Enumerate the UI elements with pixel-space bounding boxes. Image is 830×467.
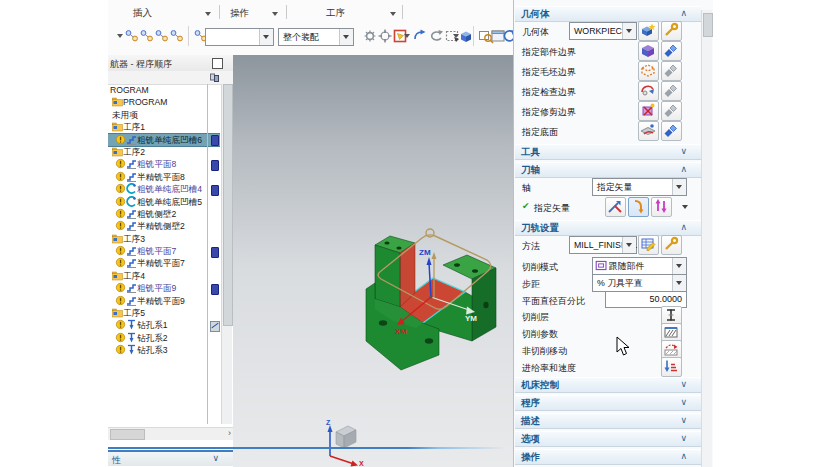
check-boundary-button[interactable] (638, 81, 659, 101)
chevron-down-icon[interactable] (453, 34, 459, 38)
chevron-down-icon[interactable] (117, 34, 123, 38)
shaded-cube-icon[interactable] (458, 28, 474, 44)
tree-horizontal-scrollbar[interactable]: › (108, 427, 233, 440)
view-filter-combo[interactable] (205, 28, 274, 46)
combo-dropdown-button[interactable] (672, 179, 686, 195)
row-label: 切削参数 (522, 328, 558, 341)
chevron-down-icon: ∨ (680, 415, 687, 425)
feeds-speeds-button[interactable] (661, 357, 682, 377)
create-tool-icon[interactable] (139, 28, 155, 44)
tree-item-row[interactable]: 粗铣单纯底凹槽6 (108, 134, 220, 146)
tree-group-row[interactable]: 工序5 (108, 307, 220, 319)
tree-item-row[interactable]: 半精铣侧壁2 (108, 220, 220, 232)
section-header-tool-axis[interactable]: 刀轴∧ (515, 162, 701, 178)
scrollbar-thumb[interactable] (110, 429, 145, 440)
tree-group-row[interactable]: 工序4 (108, 270, 220, 282)
vector-auto-button[interactable] (628, 197, 649, 217)
flashlight-off-button[interactable] (661, 81, 682, 101)
方法-combo[interactable]: MILL_FINISH_1 (569, 236, 637, 254)
切削模式-combo[interactable]: 跟随部件 (592, 257, 687, 275)
selection-scope-combo[interactable]: 整个装配 (278, 28, 354, 46)
restore-window-icon[interactable] (212, 58, 223, 69)
tree-item-row[interactable]: 钻孔系3 (108, 344, 220, 356)
tree-group-row[interactable]: 工序3 (108, 233, 220, 245)
trim-boundary-button[interactable] (638, 101, 659, 121)
tree-item-row[interactable]: 未用项 (108, 109, 220, 121)
combo-dropdown-button[interactable] (622, 237, 636, 253)
section-header-description[interactable]: 描述∨ (515, 413, 701, 429)
scrollbar-thumb[interactable] (223, 84, 233, 326)
chevron-down-icon[interactable] (682, 205, 688, 209)
flashlight-on-button[interactable] (661, 41, 682, 61)
new-geometry-button[interactable] (638, 21, 659, 41)
section-header-tool[interactable]: 工具∨ (515, 144, 701, 160)
tree-item-row[interactable]: 粗铣平面8 (108, 158, 220, 170)
blank-boundary-button[interactable] (638, 61, 659, 81)
flashlight-off-button[interactable] (661, 101, 682, 121)
create-geometry-icon[interactable] (154, 28, 170, 44)
wrench-button[interactable] (661, 21, 682, 41)
crosshair-icon[interactable] (377, 28, 393, 44)
tree-item-row[interactable]: 粗铣侧壁2 (108, 208, 220, 220)
tree-item-row[interactable]: 半精铣平面7 (108, 257, 220, 269)
create-method-icon[interactable] (169, 28, 185, 44)
dependencies-bar[interactable]: 性 ∨ (108, 450, 233, 466)
tree-group-row[interactable]: PROGRAM (108, 96, 220, 108)
chevron-down-icon[interactable] (272, 12, 278, 16)
graphics-viewport[interactable]: ZM XM YM Z X (233, 55, 513, 467)
dialog-scrollbar[interactable] (701, 10, 712, 467)
combo-dropdown-button[interactable] (672, 258, 686, 274)
toolbar-separator (188, 26, 189, 46)
navigator-column-header[interactable] (108, 71, 233, 85)
tree-item-row[interactable]: 粗铣平面7 (108, 245, 220, 257)
combo-dropdown-button[interactable] (672, 275, 686, 291)
section-header-actions[interactable]: 操作∧ (515, 449, 701, 465)
part-boundary-button[interactable] (638, 41, 659, 61)
section-header-path-settings[interactable]: 刀轨设置∧ (515, 220, 701, 236)
chevron-down-icon[interactable] (390, 12, 396, 16)
section-header-machine-control[interactable]: 机床控制∨ (515, 377, 701, 393)
步距-combo[interactable]: % 刀具平直 (592, 274, 687, 292)
floor-select-button[interactable] (638, 121, 659, 141)
clipped-toolbar-icon[interactable] (108, 28, 116, 44)
section-header-program[interactable]: 程序∨ (515, 395, 701, 411)
tree-item-row[interactable]: ROGRAM (108, 84, 220, 96)
chevron-down-icon[interactable] (205, 12, 211, 16)
几何体-combo[interactable]: WORKPIECE (569, 22, 637, 40)
vector-dialog-button[interactable] (605, 197, 626, 217)
method-edit-button[interactable] (638, 235, 659, 255)
wrench-button[interactable] (661, 235, 682, 255)
tree-item-row[interactable]: 钻孔系1 (108, 319, 220, 331)
toolbar-group-process[interactable]: 工序 (326, 7, 345, 20)
flashlight-off-button[interactable] (661, 61, 682, 81)
gear-icon[interactable] (362, 28, 378, 44)
toolbar-group-operation[interactable]: 操作 (230, 7, 249, 20)
tree-item-row[interactable]: 粗铣单纯底凹槽4 (108, 183, 220, 195)
tree-group-row[interactable]: 工序1 (108, 121, 220, 133)
combo-dropdown-button[interactable] (622, 23, 636, 39)
combo-dropdown-button[interactable] (259, 29, 273, 45)
rotate-icon[interactable] (428, 28, 444, 44)
flashlight-on-button[interactable] (661, 121, 682, 141)
move-icon[interactable] (412, 28, 428, 44)
folder-icon (112, 123, 123, 133)
section-header-geometry[interactable]: 几何体∧ (515, 6, 701, 22)
section-header-options[interactable]: 选项∨ (515, 431, 701, 447)
folder-icon (112, 98, 123, 108)
status-icon (115, 185, 126, 195)
combo-dropdown-button[interactable] (339, 29, 353, 45)
tree-item-row[interactable]: 钻孔系2 (108, 332, 220, 344)
chevron-down-icon[interactable] (404, 34, 410, 38)
tree-item-row[interactable]: 粗铣单纯底凹槽5 (108, 196, 220, 208)
create-program-icon[interactable] (124, 28, 140, 44)
tree-vertical-scrollbar[interactable] (221, 84, 232, 424)
tree-item-row[interactable]: 粗铣平面9 (108, 282, 220, 294)
tree-item-row[interactable]: 半精铣平面8 (108, 171, 220, 183)
toolbar-group-insert[interactable]: 插入 (133, 7, 152, 20)
scroll-right-arrow-icon[interactable]: › (228, 428, 231, 438)
tree-group-row[interactable]: 工序2 (108, 146, 220, 158)
scrollbar-thumb[interactable] (703, 13, 713, 37)
轴-combo[interactable]: 指定矢量 (592, 178, 687, 196)
tree-item-row[interactable]: 半精铣平面9 (108, 295, 220, 307)
vector-reverse-button[interactable] (651, 197, 672, 217)
